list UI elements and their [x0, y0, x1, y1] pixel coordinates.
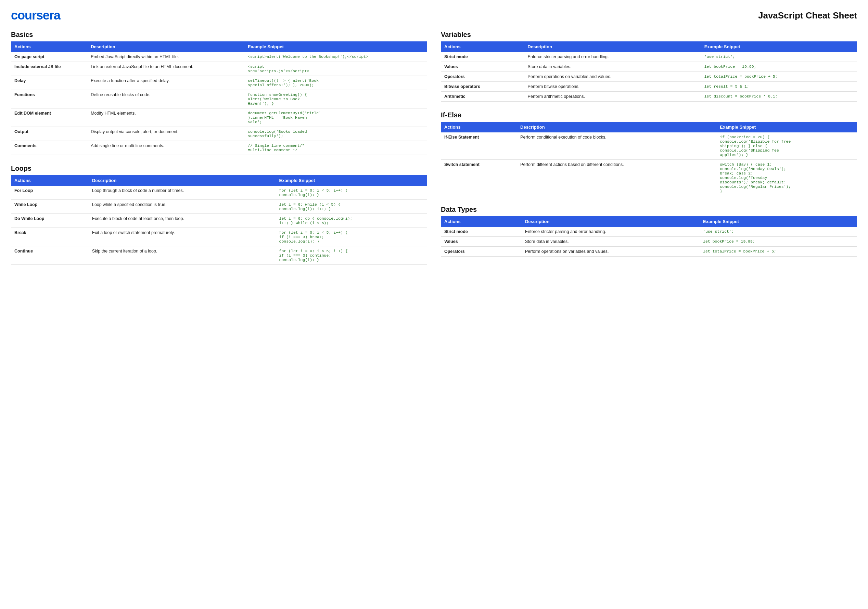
row-snippet: // Single-line comment/* Multi-line comm…: [244, 141, 427, 155]
main-content: Basics Actions Description Example Snipp…: [11, 31, 857, 274]
table-row: Bitwise operatorsPerform bitwise operati…: [441, 82, 857, 92]
row-description: Perform arithmetic operations.: [524, 92, 701, 102]
table-row: If-Else StatementPerform conditional exe…: [441, 132, 857, 160]
variables-section: Variables Actions Description Example Sn…: [441, 31, 857, 102]
row-action: Comments: [11, 141, 87, 155]
variables-header-row: Actions Description Example Snippet: [441, 42, 857, 52]
row-description: Embed JavaScript directly within an HTML…: [87, 52, 244, 62]
loops-title: Loops: [11, 165, 427, 172]
basics-col-snippet: Example Snippet: [244, 42, 427, 52]
row-description: Execute a block of code at least once, t…: [88, 214, 276, 228]
row-description: Skip the current iteration of a loop.: [88, 246, 276, 265]
loops-table: Actions Description Example Snippet For …: [11, 175, 427, 265]
table-row: BreakExit a loop or switch statement pre…: [11, 228, 427, 246]
table-row: Switch statementPerform different action…: [441, 160, 857, 196]
row-snippet: console.log('Books loaded successfully')…: [244, 127, 427, 141]
row-snippet: let discount = bookPrice * 0.1;: [701, 92, 857, 102]
row-action: On page script: [11, 52, 87, 62]
ifelse-table: Actions Description Example Snippet If-E…: [441, 122, 857, 196]
row-snippet: for (let i = 0; i < 5; i++) { if (i === …: [276, 228, 427, 246]
table-row: CommentsAdd single-line or multi-line co…: [11, 141, 427, 155]
ifelse-header-row: Actions Description Example Snippet: [441, 122, 857, 132]
table-row: OperatorsPerform operations on variables…: [441, 72, 857, 82]
row-action: Edit DOM element: [11, 108, 87, 127]
row-snippet: 'use strict';: [701, 52, 857, 62]
row-action: Functions: [11, 90, 87, 108]
row-snippet: let i = 0; do { console.log(i); i++; } w…: [276, 214, 427, 228]
row-action: Do While Loop: [11, 214, 88, 228]
table-row: Edit DOM elementModify HTML elements.doc…: [11, 108, 427, 127]
row-action: While Loop: [11, 200, 88, 214]
datatypes-col-description: Description: [522, 216, 700, 227]
row-description: Perform bitwise operations.: [524, 82, 701, 92]
loops-section: Loops Actions Description Example Snippe…: [11, 165, 427, 265]
row-snippet: let totalPrice = bookPrice + 5;: [701, 72, 857, 82]
variables-title: Variables: [441, 31, 857, 39]
variables-col-snippet: Example Snippet: [701, 42, 857, 52]
row-description: Perform operations on variables and valu…: [524, 72, 701, 82]
basics-header-row: Actions Description Example Snippet: [11, 42, 427, 52]
row-snippet: setTimeout(() => { alert('Book special o…: [244, 76, 427, 90]
row-action: Strict mode: [441, 227, 522, 237]
row-description: Enforce stricter parsing and error handl…: [522, 227, 700, 237]
table-row: FunctionsDefine reusable blocks of code.…: [11, 90, 427, 108]
table-row: ValuesStore data in variables.let bookPr…: [441, 62, 857, 72]
basics-col-actions: Actions: [11, 42, 87, 52]
row-description: Store data in variables.: [524, 62, 701, 72]
coursera-logo: coursera: [11, 8, 60, 23]
right-column: Variables Actions Description Example Sn…: [441, 31, 857, 274]
table-row: OutputDisplay output via console, alert,…: [11, 127, 427, 141]
row-snippet: let bookPrice = 19.99;: [701, 62, 857, 72]
row-action: For Loop: [11, 186, 88, 200]
row-description: Perform conditional execution of code bl…: [517, 132, 716, 160]
row-snippet: for (let i = 0; i < 5; i++) { console.lo…: [276, 186, 427, 200]
loops-header-row: Actions Description Example Snippet: [11, 175, 427, 186]
row-description: Perform different actions based on diffe…: [517, 160, 716, 196]
ifelse-section: If-Else Actions Description Example Snip…: [441, 111, 857, 196]
page-header: coursera JavaScript Cheat Sheet: [11, 8, 857, 23]
row-action: Bitwise operators: [441, 82, 524, 92]
row-action: Include external JS file: [11, 62, 87, 76]
table-row: Strict modeEnforce stricter parsing and …: [441, 52, 857, 62]
variables-table: Actions Description Example Snippet Stri…: [441, 42, 857, 102]
row-description: Enforce stricter parsing and error handl…: [524, 52, 701, 62]
table-row: DelayExecute a function after a specifie…: [11, 76, 427, 90]
row-snippet: let bookPrice = 19.99;: [700, 237, 857, 247]
row-description: Link an external JavaScript file to an H…: [87, 62, 244, 76]
table-row: On page scriptEmbed JavaScript directly …: [11, 52, 427, 62]
datatypes-col-actions: Actions: [441, 216, 522, 227]
datatypes-col-snippet: Example Snippet: [700, 216, 857, 227]
left-column: Basics Actions Description Example Snipp…: [11, 31, 427, 274]
row-description: Loop through a block of code a number of…: [88, 186, 276, 200]
row-action: Switch statement: [441, 160, 517, 196]
row-snippet: 'use strict';: [700, 227, 857, 237]
table-row: Do While LoopExecute a block of code at …: [11, 214, 427, 228]
row-description: Store data in variables.: [522, 237, 700, 247]
variables-col-description: Description: [524, 42, 701, 52]
row-action: Break: [11, 228, 88, 246]
table-row: ValuesStore data in variables.let bookPr…: [441, 237, 857, 247]
datatypes-table: Actions Description Example Snippet Stri…: [441, 216, 857, 257]
row-action: Operators: [441, 72, 524, 82]
basics-section: Basics Actions Description Example Snipp…: [11, 31, 427, 155]
row-description: Execute a function after a specified del…: [87, 76, 244, 90]
row-snippet: document.getElementById('title' ).innerH…: [244, 108, 427, 127]
datatypes-title: Data Types: [441, 206, 857, 213]
loops-col-actions: Actions: [11, 175, 88, 186]
row-snippet: function showGreeting() { alert('Welcome…: [244, 90, 427, 108]
basics-col-description: Description: [87, 42, 244, 52]
basics-table: Actions Description Example Snippet On p…: [11, 42, 427, 155]
row-action: Values: [441, 62, 524, 72]
row-action: If-Else Statement: [441, 132, 517, 160]
table-row: ArithmeticPerform arithmetic operations.…: [441, 92, 857, 102]
table-row: Strict modeEnforce stricter parsing and …: [441, 227, 857, 237]
basics-title: Basics: [11, 31, 427, 39]
row-snippet: switch (day) { case 1: console.log('Mond…: [716, 160, 857, 196]
loops-col-description: Description: [88, 175, 276, 186]
loops-col-snippet: Example Snippet: [276, 175, 427, 186]
table-row: ContinueSkip the current iteration of a …: [11, 246, 427, 265]
row-snippet: if (bookPrice > 20) { console.log('Eligi…: [716, 132, 857, 160]
page-title: JavaScript Cheat Sheet: [758, 10, 857, 21]
row-snippet: let i = 0; while (i < 5) { console.log(i…: [276, 200, 427, 214]
table-row: While LoopLoop while a specified conditi…: [11, 200, 427, 214]
